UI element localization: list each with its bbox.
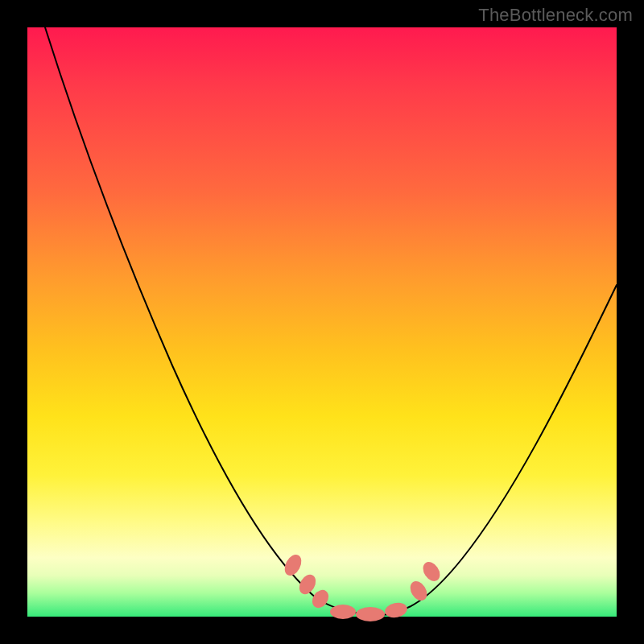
bottleneck-curve xyxy=(27,27,617,617)
marker-dot xyxy=(356,607,385,621)
marker-dot xyxy=(309,587,332,611)
chart-frame: TheBottleneck.com xyxy=(0,0,644,644)
marker-dot xyxy=(330,605,356,619)
marker-group xyxy=(281,551,443,621)
marker-dot xyxy=(419,559,443,584)
curve-left-branch xyxy=(45,27,382,615)
curve-right-branch xyxy=(382,285,617,615)
watermark-text: TheBottleneck.com xyxy=(478,5,633,26)
marker-dot xyxy=(296,572,320,597)
marker-dot xyxy=(407,578,430,604)
marker-dot xyxy=(383,601,408,619)
plot-area xyxy=(27,27,617,617)
